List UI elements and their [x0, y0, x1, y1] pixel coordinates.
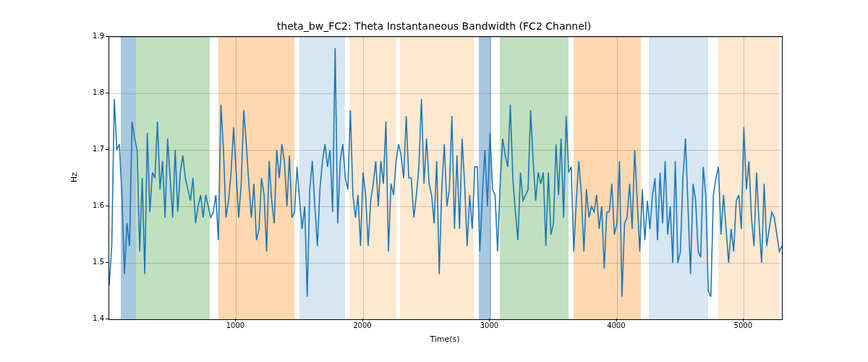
- x-axis-label: Time(s): [109, 334, 781, 344]
- line-series-svg: [109, 37, 782, 319]
- y-tick-label: 1.6: [75, 202, 104, 209]
- x-tick-label: 3000: [475, 321, 503, 329]
- x-tick-mark: [489, 319, 490, 321]
- x-tick-label: 2000: [348, 321, 377, 329]
- plot-area: [109, 36, 783, 320]
- y-tick-mark: [106, 36, 109, 37]
- y-axis-label: Hz: [69, 36, 80, 319]
- y-tick-mark: [106, 262, 109, 263]
- x-tick-label: 1000: [221, 321, 250, 329]
- y-tick-label: 1.9: [75, 33, 104, 40]
- y-tick-label: 1.5: [75, 258, 104, 266]
- y-tick-mark: [106, 149, 109, 150]
- y-tick-label: 1.7: [75, 146, 104, 153]
- x-tick-label: 4000: [602, 321, 631, 329]
- x-tick-label: 5000: [728, 321, 757, 329]
- y-tick-mark: [106, 319, 109, 319]
- line-series: [109, 49, 782, 297]
- x-tick-mark: [743, 319, 744, 321]
- x-tick-mark: [362, 319, 363, 321]
- y-tick-mark: [106, 93, 109, 93]
- chart-title: theta_bw_FC2: Theta Instantaneous Bandwi…: [0, 20, 868, 32]
- gridline-horizontal: [109, 319, 782, 320]
- y-tick-label: 1.4: [75, 315, 104, 322]
- x-tick-mark: [235, 319, 236, 321]
- y-tick-label: 1.8: [75, 89, 104, 96]
- figure: theta_bw_FC2: Theta Instantaneous Bandwi…: [0, 0, 868, 362]
- x-tick-mark: [616, 319, 617, 321]
- y-tick-mark: [106, 206, 109, 206]
